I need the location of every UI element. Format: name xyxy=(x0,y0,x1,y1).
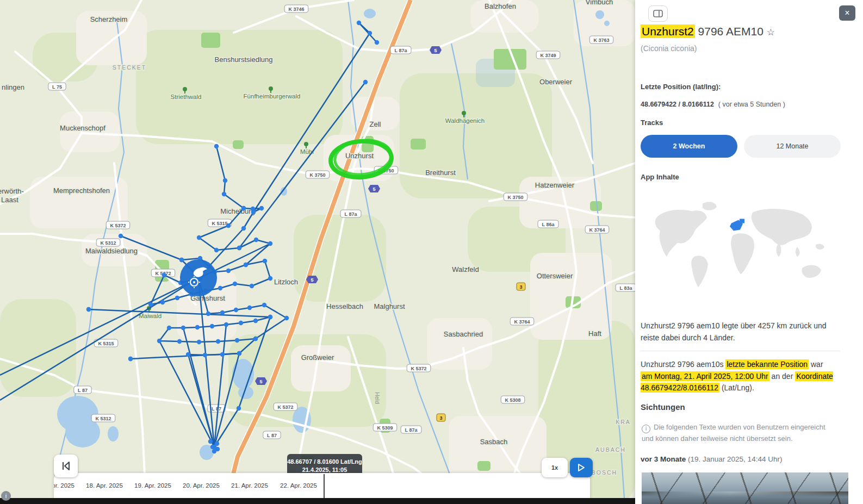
skip-to-start-button[interactable] xyxy=(54,455,78,477)
map-label-town: terwörth- xyxy=(0,187,24,195)
track-point[interactable] xyxy=(224,322,228,327)
lake xyxy=(595,10,604,19)
park-patch xyxy=(201,33,220,48)
track-point[interactable] xyxy=(214,144,219,148)
track-point[interactable] xyxy=(203,353,207,357)
road xyxy=(114,163,146,498)
track-point[interactable] xyxy=(375,40,379,45)
track-point[interactable] xyxy=(268,241,272,246)
track-point[interactable] xyxy=(179,258,184,262)
app-content-label: App Inhalte xyxy=(641,173,679,181)
track-point[interactable] xyxy=(368,31,372,35)
road-badge-label: L 87 xyxy=(78,388,88,393)
track-point[interactable] xyxy=(210,445,215,449)
track-point[interactable] xyxy=(363,80,368,84)
track-point[interactable] xyxy=(263,259,267,263)
track-point[interactable] xyxy=(262,303,266,307)
close-button[interactable]: × xyxy=(839,5,855,21)
track-point[interactable] xyxy=(220,352,225,357)
track-point[interactable] xyxy=(197,340,201,344)
highlight-2: am Montag, 21. April 2025, 12:00 Uhr xyxy=(641,371,769,381)
track-point[interactable] xyxy=(212,449,216,453)
track-point[interactable] xyxy=(235,338,239,343)
track-point[interactable] xyxy=(237,246,241,250)
track-point[interactable] xyxy=(216,339,220,344)
timeline-scrubber[interactable]: 17. Apr. 202518. Apr. 202519. Apr. 20252… xyxy=(54,473,590,500)
track-point[interactable] xyxy=(197,235,201,240)
track-point[interactable] xyxy=(239,321,243,325)
track-point[interactable] xyxy=(237,351,241,356)
track-point[interactable] xyxy=(268,315,272,319)
road-badge-label: L 87 xyxy=(267,433,277,438)
track-point[interactable] xyxy=(357,21,361,25)
map-label-district: KRA xyxy=(616,419,631,425)
track-point[interactable] xyxy=(254,238,258,242)
track-point[interactable] xyxy=(251,207,255,211)
track-point[interactable] xyxy=(259,206,264,210)
timeline-playhead[interactable] xyxy=(324,474,325,499)
track-point[interactable] xyxy=(206,312,210,316)
map-label-forest: Fünfheimburgerwald xyxy=(244,93,301,99)
track-point[interactable] xyxy=(181,326,185,330)
page-title: Unzhurst2 9796 AEM10☆ xyxy=(641,25,775,38)
track-point[interactable] xyxy=(253,337,258,341)
track-point[interactable] xyxy=(237,406,241,410)
playback-speed-button[interactable]: 1x xyxy=(542,458,568,477)
track-point[interactable] xyxy=(220,310,225,315)
track-point[interactable] xyxy=(241,226,246,231)
track-point[interactable] xyxy=(175,296,179,300)
track-point[interactable] xyxy=(128,357,133,361)
track-point[interactable] xyxy=(244,263,248,267)
map-canvas[interactable]: ScherzheimnlingenMuckenschopfBenshurstsi… xyxy=(0,0,635,504)
map-label-district: AUBACH xyxy=(595,446,626,453)
panel-toggle-button[interactable] xyxy=(648,5,668,22)
track-point[interactable] xyxy=(222,192,226,196)
track-point[interactable] xyxy=(215,441,219,446)
track-point[interactable] xyxy=(233,282,237,286)
track-point[interactable] xyxy=(241,206,246,210)
track-point[interactable] xyxy=(253,319,258,323)
track-point[interactable] xyxy=(226,223,231,228)
track-point[interactable] xyxy=(195,325,200,329)
track-point[interactable] xyxy=(148,302,153,307)
sighting-photo[interactable] xyxy=(642,472,848,504)
panel-toggle-icon xyxy=(653,10,663,17)
last-position-label: Letzte Position (lat/lng): xyxy=(641,83,721,91)
track-point[interactable] xyxy=(210,324,214,328)
map-label-town: Balzhofen xyxy=(485,2,516,10)
track-point[interactable] xyxy=(234,308,238,312)
track-point[interactable] xyxy=(86,307,91,312)
track-point[interactable] xyxy=(250,284,254,288)
track-point[interactable] xyxy=(284,316,289,320)
sighting-date: (19. Januar 2025, 14:44 Uhr) xyxy=(688,455,782,463)
map-label-town: Großweier xyxy=(301,353,334,362)
track-point[interactable] xyxy=(247,306,252,310)
track-point[interactable] xyxy=(119,234,123,238)
road-badge-label: K 3750 xyxy=(309,172,325,178)
position-marker[interactable] xyxy=(180,259,217,296)
track-point[interactable] xyxy=(167,326,171,330)
map-label-town: Hesselbach xyxy=(326,302,363,310)
species-subtitle: (Ciconia ciconia) xyxy=(641,44,697,53)
track-point[interactable] xyxy=(218,286,222,290)
map-label-town: Ottersweier xyxy=(537,272,573,280)
play-button[interactable] xyxy=(570,458,593,477)
track-point[interactable] xyxy=(160,300,165,304)
divider xyxy=(641,351,840,351)
track-point[interactable] xyxy=(162,273,166,277)
map-label-town: Breithurst xyxy=(425,169,456,177)
track-point[interactable] xyxy=(214,248,219,252)
track-point[interactable] xyxy=(157,339,162,343)
map-attribution-icon[interactable]: i xyxy=(1,491,11,501)
tracks-two-weeks-button[interactable]: 2 Wochen xyxy=(641,135,737,158)
tracks-twelve-months-button[interactable]: 12 Monate xyxy=(744,135,841,158)
map-label-town: Zell xyxy=(370,120,381,128)
skip-to-start-icon xyxy=(60,460,72,472)
favorite-star-icon[interactable]: ☆ xyxy=(767,27,775,38)
track-point[interactable] xyxy=(177,339,182,344)
track-point[interactable] xyxy=(208,439,213,444)
track-point[interactable] xyxy=(268,276,272,281)
track-point[interactable] xyxy=(223,178,227,183)
track-point[interactable] xyxy=(186,352,190,357)
track-point[interactable] xyxy=(226,269,231,273)
